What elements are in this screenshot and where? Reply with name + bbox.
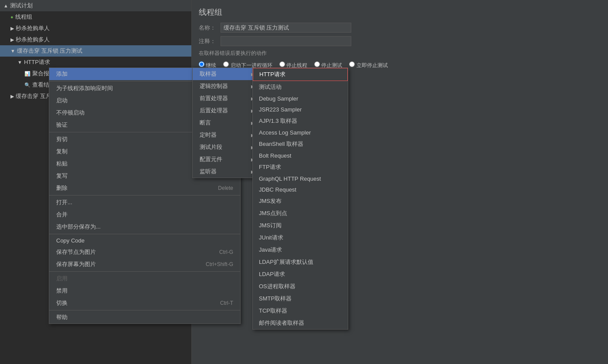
menu-item-disable[interactable]: 禁用 — [49, 285, 240, 297]
tree-item-http-group[interactable]: ▼ HTTP请求 — [0, 57, 191, 68]
menu-item-open[interactable]: 打开... — [49, 196, 240, 209]
sampler-bolt-label: Bolt Request — [259, 152, 291, 159]
submenu-add-pre[interactable]: 前置处理器 ▶ — [193, 92, 262, 104]
comment-label: 注释： — [199, 37, 221, 45]
sampler-jdbc[interactable]: JDBC Request — [253, 184, 348, 195]
sampler-debug-label: Debug Sampler — [259, 95, 298, 102]
sampler-jms-publish[interactable]: JMS发布 — [253, 195, 348, 207]
menu-item-add-label: 添加 — [56, 70, 68, 78]
tree-item-seckill-multi[interactable]: ▶ 秒杀抢购多人 — [0, 34, 191, 45]
sampler-junit[interactable]: JUnit请求 — [253, 232, 348, 244]
menu-item-save-screen-img-label: 保存屏幕为图片 — [56, 260, 96, 268]
sampler-jsr223[interactable]: JSR223 Sampler — [253, 104, 348, 115]
menu-item-save-selected[interactable]: 选中部分保存为... — [49, 221, 240, 233]
sampler-http-request-label: HTTP请求 — [259, 71, 285, 78]
menu-item-save-screen-img[interactable]: 保存屏幕为图片 Ctrl+Shift-G — [49, 258, 240, 270]
sampler-bolt[interactable]: Bolt Request — [253, 150, 348, 161]
tree-label-test-plan: 测试计划 — [10, 2, 33, 10]
separator-5 — [49, 271, 240, 272]
sampler-http-request[interactable]: HTTP请求 — [253, 68, 348, 81]
submenu-add-pre-label: 前置处理器 — [200, 94, 228, 102]
menu-item-paste-label: 粘贴 — [56, 160, 68, 168]
sampler-ajp[interactable]: AJP/1.3 取样器 — [253, 115, 348, 127]
sampler-ajp-label: AJP/1.3 取样器 — [259, 117, 297, 125]
menu-item-merge-label: 合并 — [56, 211, 68, 219]
name-label: 名称： — [199, 24, 221, 32]
sampler-java[interactable]: Java请求 — [253, 244, 348, 256]
tree-label-seckill-single: 秒杀抢购单人 — [16, 24, 50, 32]
menu-item-help[interactable]: 帮助 — [49, 311, 240, 324]
action-section-label: 在取样器错误后要执行的动作 — [199, 50, 601, 57]
sampler-beanshell-label: BeanShell 取样器 — [259, 140, 303, 148]
menu-item-copy-code[interactable]: Copy Code — [49, 235, 240, 246]
sampler-smtp[interactable]: SMTP取样器 — [253, 293, 348, 305]
sampler-os-label: OS进程取样器 — [259, 283, 296, 290]
menu-item-merge[interactable]: 合并 — [49, 209, 240, 221]
menu-item-copy-code-label: Copy Code — [56, 237, 85, 244]
sampler-ldap[interactable]: LDAP请求 — [253, 268, 348, 280]
menu-item-overwrite-label: 复写 — [56, 172, 68, 180]
sampler-ftp[interactable]: FTP请求 — [253, 161, 348, 173]
sampler-mail-reader[interactable]: 邮件阅读者取样器 — [253, 317, 348, 329]
menu-item-validate-label: 验证 — [56, 121, 68, 129]
search-icon: 🔍 — [24, 82, 31, 88]
sampler-test-action[interactable]: 测试活动 — [253, 81, 348, 93]
sampler-ldap-ext[interactable]: LDAP扩展请求默认值 — [253, 256, 348, 268]
submenu-add-logic[interactable]: 逻辑控制器 ▶ — [193, 80, 262, 92]
comment-input[interactable] — [221, 36, 351, 46]
sampler-ftp-label: FTP请求 — [259, 163, 281, 171]
tree-icon-http-group: ▼ — [17, 60, 22, 65]
sampler-jms-subscribe[interactable]: JMS订阅 — [253, 219, 348, 232]
tree-icon-seckill-multi: ▶ — [10, 37, 14, 43]
sampler-access-log[interactable]: Access Log Sampler — [253, 127, 348, 138]
sampler-mail-reader-label: 邮件阅读者取样器 — [259, 319, 304, 327]
sampler-debug[interactable]: Debug Sampler — [253, 93, 348, 104]
menu-item-save-selected-label: 选中部分保存为... — [56, 223, 101, 231]
menu-item-delete-shortcut: Delete — [218, 185, 233, 191]
menu-item-disable-label: 禁用 — [56, 287, 68, 295]
name-input[interactable] — [221, 23, 351, 33]
tree-icon-thread-group: ● — [10, 14, 14, 20]
tree-item-cache-test[interactable]: ▼ 缓存击穿 互斥锁 压力测试 — [0, 45, 191, 57]
separator-4 — [49, 234, 240, 234]
sampler-beanshell[interactable]: BeanShell 取样器 — [253, 138, 348, 150]
menu-item-save-node-img-label: 保存节点为图片 — [56, 248, 96, 256]
menu-item-copy-label: 复制 — [56, 148, 68, 155]
sampler-jms-p2p[interactable]: JMS点到点 — [253, 207, 348, 219]
sampler-tcp-label: TCP取样器 — [259, 307, 287, 315]
menu-item-cut-label: 剪切 — [56, 135, 68, 143]
tree-item-seckill-single[interactable]: ▶ 秒杀抢购单人 — [0, 23, 191, 34]
sampler-java-label: Java请求 — [259, 246, 282, 254]
submenu-add-sampler[interactable]: 取样器 ▶ — [193, 68, 262, 80]
submenu-add-post[interactable]: 后置处理器 ▶ — [193, 104, 262, 117]
sampler-os[interactable]: OS进程取样器 — [253, 280, 348, 293]
submenu-add-config-label: 配置元件 — [200, 155, 222, 163]
sampler-ldap-label: LDAP请求 — [259, 270, 285, 278]
menu-item-toggle-label: 切换 — [56, 299, 68, 307]
radio-stop-test-now[interactable]: 立即停止测试 — [349, 61, 387, 69]
submenu-add-config[interactable]: 配置元件 ▶ — [193, 153, 262, 165]
submenu-add-sampler-label: 取样器 — [200, 70, 217, 78]
submenu-add-timer[interactable]: 定时器 ▶ — [193, 129, 262, 141]
menu-item-help-label: 帮助 — [56, 313, 68, 321]
sampler-tcp[interactable]: TCP取样器 — [253, 305, 348, 317]
menu-item-enable-label: 启用 — [56, 275, 68, 283]
submenu-add-test-fragment-label: 测试片段 — [200, 143, 222, 151]
sampler-graphql-label: GraphQL HTTP Request — [259, 175, 321, 182]
tree-item-test-plan[interactable]: ▲ 测试计划 — [0, 0, 191, 11]
sampler-graphql[interactable]: GraphQL HTTP Request — [253, 173, 348, 184]
menu-item-enable: 启用 — [49, 273, 240, 285]
menu-item-toggle[interactable]: 切换 Ctrl-T — [49, 297, 240, 309]
submenu-add-assert[interactable]: 断言 ▶ — [193, 117, 262, 129]
tree-icon-cache-test2: ▶ — [10, 94, 14, 99]
menu-item-delete[interactable]: 删除 Delete — [49, 182, 240, 194]
submenu-add-listener-label: 监听器 — [200, 168, 217, 175]
submenu-add-listener[interactable]: 监听器 ▶ — [193, 165, 262, 178]
menu-item-start-label: 启动 — [56, 97, 68, 104]
submenu-add-test-fragment[interactable]: 测试片段 ▶ — [193, 141, 262, 153]
sampler-test-action-label: 测试活动 — [259, 83, 282, 91]
menu-item-save-node-img[interactable]: 保存节点为图片 Ctrl-G — [49, 246, 240, 258]
tree-item-thread-group[interactable]: ● 线程组 — [0, 11, 191, 23]
menu-item-open-label: 打开... — [56, 199, 72, 206]
menu-item-toggle-shortcut: Ctrl-T — [220, 300, 233, 306]
